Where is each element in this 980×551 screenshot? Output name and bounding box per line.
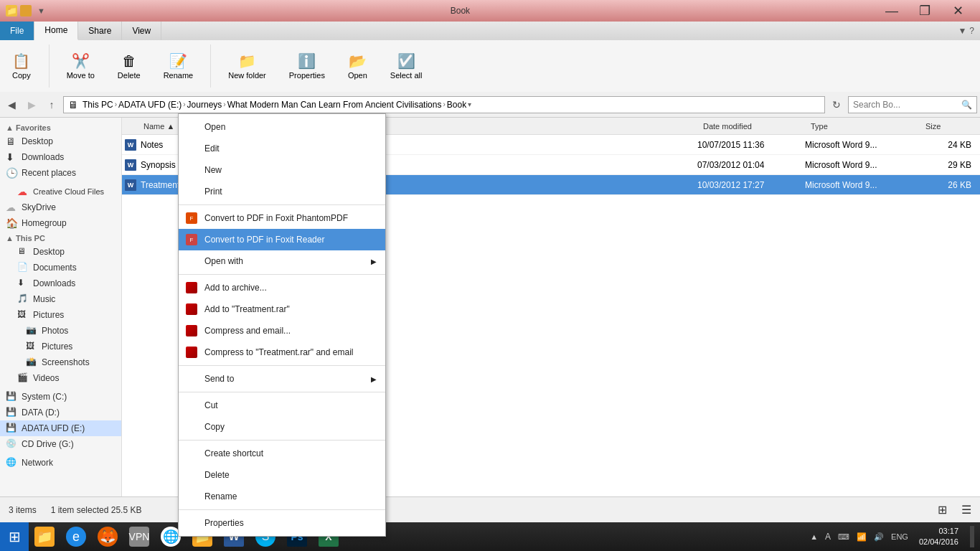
ctx-open-with-icon bbox=[184, 254, 199, 268]
ctx-open[interactable]: Open bbox=[179, 116, 385, 138]
sidebar-item-desktop[interactable]: 🖥 Desktop bbox=[0, 133, 121, 149]
ribbon-item-select[interactable]: ☑️ Select all bbox=[385, 50, 428, 83]
sidebar-label-videos: Videos bbox=[33, 373, 59, 383]
ctx-edit[interactable]: Edit bbox=[179, 138, 385, 159]
ribbon-item-new[interactable]: 📁 New folder bbox=[222, 50, 272, 83]
ctx-sep6 bbox=[179, 509, 385, 510]
sidebar-label-drive-g: CD Drive (G:) bbox=[22, 439, 74, 449]
sidebar-item-documents[interactable]: 📄 Documents bbox=[0, 260, 121, 276]
ctx-rename-icon bbox=[184, 489, 199, 504]
sidebar-item-homegroup[interactable]: 🏠 Homegroup bbox=[0, 215, 121, 231]
tab-share[interactable]: Share bbox=[78, 22, 122, 40]
sidebar-item-screenshots[interactable]: 📸 Screenshots bbox=[0, 354, 121, 370]
start-button[interactable]: ⊞ bbox=[0, 522, 29, 551]
ctx-new[interactable]: New bbox=[179, 159, 385, 181]
homegroup-icon: 🏠 bbox=[6, 217, 17, 229]
ctx-properties[interactable]: Properties bbox=[179, 512, 385, 534]
taskbar-item-vpn[interactable]: VPN bbox=[123, 522, 155, 551]
ctx-foxit-reader[interactable]: F Convert to PDF in Foxit Reader bbox=[179, 229, 385, 250]
ribbon-item-rename[interactable]: 📝 Rename bbox=[158, 50, 199, 83]
maximize-button[interactable]: ❐ bbox=[908, 0, 941, 22]
ctx-send-to[interactable]: Send to ▶ bbox=[179, 368, 385, 390]
sidebar-item-pictures2[interactable]: 🖼 Pictures bbox=[0, 339, 121, 354]
forward-button[interactable]: ▶ bbox=[23, 96, 40, 113]
tray-show-desktop[interactable] bbox=[970, 526, 974, 547]
close-button[interactable]: ✕ bbox=[941, 0, 974, 22]
sidebar-item-music[interactable]: 🎵 Music bbox=[0, 291, 121, 307]
sidebar-item-videos[interactable]: 🎬 Videos bbox=[0, 370, 121, 386]
path-segment-1[interactable]: This PC bbox=[83, 100, 113, 110]
sidebar-item-pc-downloads[interactable]: ⬇ Downloads bbox=[0, 276, 121, 291]
ctx-cut[interactable]: Cut bbox=[179, 395, 385, 416]
ribbon-item-open[interactable]: 📂 Open bbox=[342, 50, 373, 83]
ctx-compress-rar-email[interactable]: Compress to "Treatment.rar" and email bbox=[179, 342, 385, 363]
system-clock[interactable]: 03:17 02/04/2016 bbox=[913, 526, 964, 548]
ctx-sep2 bbox=[179, 274, 385, 275]
ctx-foxit-phantom[interactable]: F Convert to PDF in Foxit PhantomPDF bbox=[179, 207, 385, 229]
ribbon-down-arrow[interactable]: ▼ bbox=[958, 26, 966, 36]
path-segment-2[interactable]: ADATA UFD (E:) bbox=[118, 100, 182, 110]
sidebar-label-photos: Photos bbox=[42, 326, 68, 336]
ctx-send-to-label: Send to bbox=[204, 374, 365, 384]
taskbar-item-explorer[interactable]: 📁 bbox=[29, 522, 60, 551]
tray-network[interactable]: 📶 bbox=[854, 532, 869, 542]
sidebar-item-drive-e[interactable]: 💾 ADATA UFD (E:) bbox=[0, 420, 121, 436]
tray-eng[interactable]: ENG bbox=[889, 532, 910, 541]
ctx-open-icon bbox=[184, 120, 199, 134]
ribbon-help[interactable]: ? bbox=[969, 26, 974, 36]
ctx-print[interactable]: Print bbox=[179, 181, 385, 202]
tab-home[interactable]: Home bbox=[34, 22, 78, 40]
tab-view[interactable]: View bbox=[122, 22, 161, 40]
ribbon-item-copy[interactable]: 📋 Copy bbox=[6, 49, 37, 83]
sidebar-item-drive-d[interactable]: 💾 DATA (D:) bbox=[0, 405, 121, 420]
tab-file[interactable]: File bbox=[0, 22, 34, 40]
taskbar-item-ie[interactable]: e bbox=[60, 522, 92, 551]
up-button[interactable]: ↑ bbox=[43, 96, 60, 113]
status-view-icon2[interactable]: ☰ bbox=[961, 503, 971, 517]
path-segment-4[interactable]: What Modern Man Can Learn From Ancient C… bbox=[227, 100, 442, 110]
search-input[interactable] bbox=[853, 100, 961, 110]
sidebar-item-photos[interactable]: 📷 Photos bbox=[0, 323, 121, 339]
search-box[interactable]: 🔍 bbox=[848, 96, 977, 113]
back-button[interactable]: ◀ bbox=[3, 96, 20, 113]
col-header-date[interactable]: Date modified bbox=[697, 122, 805, 131]
tray-volume[interactable]: 🔊 bbox=[872, 532, 886, 542]
sidebar-item-downloads[interactable]: ⬇ Downloads bbox=[0, 149, 121, 165]
tray-arrow[interactable]: ▲ bbox=[808, 532, 820, 541]
minimize-button[interactable]: — bbox=[875, 0, 908, 22]
address-path[interactable]: 🖥 This PC › ADATA UFD (E:) › Journeys › … bbox=[63, 96, 825, 113]
ribbon-item-properties[interactable]: ℹ️ Properties bbox=[283, 50, 331, 83]
sidebar-item-drive-c[interactable]: 💾 System (C:) bbox=[0, 389, 121, 405]
taskbar-item-firefox[interactable]: 🦊 bbox=[92, 522, 123, 551]
sidebar-item-skydrive[interactable]: ☁ SkyDrive bbox=[0, 199, 121, 215]
sidebar-item-recent[interactable]: 🕒 Recent places bbox=[0, 165, 121, 181]
tray-ime[interactable]: A bbox=[823, 532, 833, 542]
favorites-collapse-icon[interactable]: ▲ bbox=[6, 123, 14, 132]
col-header-size[interactable]: Size bbox=[920, 122, 977, 131]
status-view-icon1[interactable]: ⊞ bbox=[938, 503, 947, 517]
refresh-button[interactable]: ↻ bbox=[828, 96, 845, 113]
ctx-compress-email[interactable]: Compress and email... bbox=[179, 320, 385, 342]
tray-keyboard[interactable]: ⌨ bbox=[836, 532, 852, 542]
windows-icon: ⊞ bbox=[9, 528, 21, 545]
context-menu: Open Edit New Print F Convert to PDF in … bbox=[178, 113, 386, 537]
ctx-open-with[interactable]: Open with ▶ bbox=[179, 250, 385, 272]
ribbon-item-move[interactable]: ✂️ Move to bbox=[61, 50, 100, 83]
thispc-collapse-icon[interactable]: ▲ bbox=[6, 234, 14, 242]
window-title: Book bbox=[451, 6, 470, 16]
ctx-create-shortcut[interactable]: Create shortcut bbox=[179, 443, 385, 464]
sidebar-item-network[interactable]: 🌐 Network bbox=[0, 455, 121, 471]
sidebar-item-pc-desktop[interactable]: 🖥 Desktop bbox=[0, 244, 121, 260]
sidebar-item-creative-cloud[interactable]: ☁ Creative Cloud Files bbox=[0, 184, 121, 199]
ctx-rename[interactable]: Rename bbox=[179, 486, 385, 507]
ribbon-item-delete[interactable]: 🗑 Delete bbox=[112, 50, 146, 83]
col-header-type[interactable]: Type bbox=[805, 122, 920, 131]
sidebar-item-pictures[interactable]: 🖼 Pictures bbox=[0, 307, 121, 323]
ctx-add-archive[interactable]: Add to archive... bbox=[179, 277, 385, 298]
sidebar-item-drive-g[interactable]: 💿 CD Drive (G:) bbox=[0, 436, 121, 452]
path-segment-3[interactable]: Journeys bbox=[187, 100, 222, 110]
path-segment-5[interactable]: Book bbox=[447, 100, 466, 110]
ctx-delete[interactable]: Delete bbox=[179, 464, 385, 486]
ctx-copy[interactable]: Copy bbox=[179, 416, 385, 438]
ctx-add-rar[interactable]: Add to "Treatment.rar" bbox=[179, 298, 385, 320]
